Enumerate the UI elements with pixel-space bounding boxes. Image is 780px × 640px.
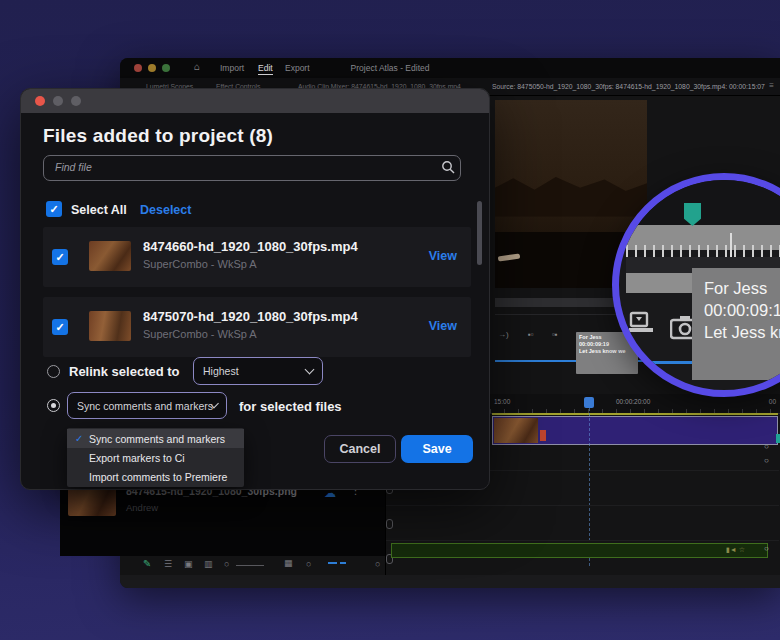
magnified-ruler-ticks [626, 245, 780, 257]
modal-close-icon[interactable] [35, 96, 45, 106]
pen-tool-icon[interactable]: ✎ [143, 558, 151, 569]
file-row-2[interactable]: ✓ 8475070-hd_1920_1080_30fps.mp4 SuperCo… [43, 297, 471, 357]
relink-label: Relink selected to [69, 364, 180, 379]
save-button[interactable]: Save [401, 435, 473, 463]
toolbar-circle-2[interactable]: ○ [375, 559, 380, 569]
select-all-label: Select All [71, 203, 127, 217]
check-icon: ✓ [75, 433, 89, 444]
red-marker-icon[interactable] [540, 430, 546, 441]
file-1-name: 8474660-hd_1920_1080_30fps.mp4 [143, 239, 358, 254]
magnified-band-2 [626, 273, 696, 293]
transport-icon-2[interactable]: ▫▪ [552, 330, 558, 339]
search-field[interactable] [43, 155, 461, 181]
sync-select[interactable]: Sync comments and markers [67, 392, 227, 419]
sync-dropdown-menu: ✓ Sync comments and markers Export marke… [67, 428, 244, 487]
toolbar-circle-1[interactable]: ○ [306, 559, 311, 569]
export-frame-icon[interactable]: →) [498, 330, 509, 339]
tab-source-monitor[interactable]: Source: 8475050-hd_1920_1080_30fps: 8474… [492, 83, 765, 90]
playhead-head[interactable] [584, 397, 594, 408]
search-placeholder: Find file [55, 161, 92, 173]
file-2-name: 8475070-hd_1920_1080_30fps.mp4 [143, 309, 358, 324]
file-1-thumbnail [89, 241, 131, 271]
chevron-down-icon [305, 365, 315, 375]
file-1-view-link[interactable]: View [429, 249, 457, 263]
file-2-view-link[interactable]: View [429, 319, 457, 333]
search-icon[interactable] [441, 160, 455, 174]
timecode-right: 00 [769, 398, 776, 405]
select-all-checkbox[interactable]: ✓ [46, 201, 62, 217]
timecode-mid: 00:00:20:00 [616, 398, 650, 405]
sync-suffix-label: for selected files [239, 399, 342, 414]
file-2-checkbox[interactable]: ✓ [52, 319, 68, 335]
crop-tool-icon[interactable]: ▦ [284, 558, 293, 568]
file-1-meta: SuperCombo - WkSp A [143, 258, 257, 270]
timeline-ruler[interactable]: 15:00 00:00:20:00 00 [490, 394, 780, 414]
file-2-thumbnail [89, 311, 131, 341]
export-to-device-icon[interactable] [628, 311, 654, 337]
sync-radio[interactable] [47, 399, 60, 412]
modal-scrollbar[interactable] [477, 201, 482, 265]
panel-menu-icon[interactable]: ≡ [769, 81, 774, 90]
track-control-circle-2[interactable]: ○ [764, 456, 769, 465]
modal-minimize-icon[interactable] [53, 96, 63, 106]
relink-select[interactable]: Highest [193, 357, 323, 385]
sync-select-value: Sync comments and markers [77, 400, 213, 412]
bin-item-author: Andrew [126, 502, 158, 513]
app-titlebar: ⌂ Import Edit Export Project Atlas - Edi… [120, 58, 780, 78]
magnified-ruler-major-tick [730, 233, 732, 257]
file-1-checkbox[interactable]: ✓ [52, 249, 68, 265]
magnified-progress-line [650, 361, 696, 364]
modal-title: Files added to project (8) [43, 125, 273, 147]
modal-titlebar [21, 89, 489, 113]
file-2-meta: SuperCombo - WkSp A [143, 328, 257, 340]
magnified-marker-tooltip: For Jess 00:00:09:19 Let Jess know we [692, 268, 780, 380]
timecode-left: 15:00 [494, 398, 510, 405]
modal-zoom-icon[interactable] [71, 96, 81, 106]
video-mountain [495, 153, 647, 217]
work-area-bar [492, 413, 778, 415]
files-added-modal: Files added to project (8) Find file ✓ S… [20, 88, 490, 490]
clip-thumbnail [494, 418, 538, 443]
grid-view-icon[interactable]: ▣ [184, 559, 193, 569]
menu-item-export-ci[interactable]: Export markers to Ci [67, 448, 244, 467]
cancel-button[interactable]: Cancel [324, 435, 396, 463]
track-control-circle-3[interactable]: ○ [764, 544, 769, 553]
document-title: Project Atlas - Edited [120, 63, 660, 73]
stack-view-icon[interactable]: ▥ [204, 559, 213, 569]
mic-icon-a2[interactable] [386, 519, 393, 529]
zoom-slider-handle[interactable]: ○ [224, 559, 229, 569]
zoom-slider-track[interactable] [236, 565, 264, 566]
track-control-circle-1[interactable]: ○ [764, 442, 769, 451]
relink-select-value: Highest [203, 365, 239, 377]
file-row-1[interactable]: ✓ 8474660-hd_1920_1080_30fps.mp4 SuperCo… [43, 227, 471, 287]
teal-marker-icon[interactable] [776, 434, 780, 443]
menu-item-sync[interactable]: ✓ Sync comments and markers [67, 429, 244, 448]
window-footer [120, 575, 780, 588]
timeline-audio-clip[interactable]: ▮◄ ☆ [391, 543, 768, 558]
relink-radio[interactable] [47, 365, 60, 378]
list-view-icon[interactable]: ☰ [164, 559, 172, 569]
scroll-fragment-2 [340, 562, 346, 564]
deselect-link[interactable]: Deselect [140, 203, 191, 217]
menu-item-import-premiere[interactable]: Import comments to Premiere [67, 467, 244, 486]
timeline-video-clip[interactable] [492, 416, 778, 445]
transport-icon-1[interactable]: ▪▫ [528, 330, 534, 339]
scroll-fragment [328, 562, 337, 564]
audio-clip-icons: ▮◄ ☆ [726, 546, 745, 554]
